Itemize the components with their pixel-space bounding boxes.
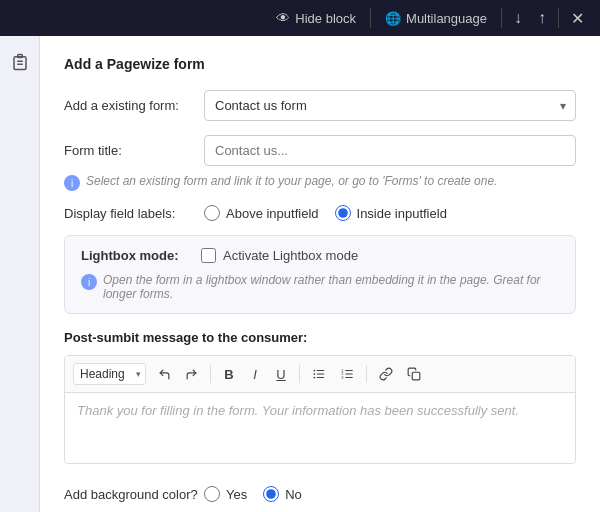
bg-yes-label[interactable]: Yes: [204, 486, 247, 502]
arrow-down-icon: ↓: [514, 9, 522, 27]
bullet-list-button[interactable]: [306, 362, 332, 386]
editor-toolbar: Heading ▾ B I: [65, 356, 575, 393]
radio-above-text: Above inputfield: [226, 206, 319, 221]
hide-block-button[interactable]: 👁 Hide block: [266, 6, 366, 30]
display-labels-control: Above inputfield Inside inputfield: [204, 205, 576, 221]
globe-icon: 🌐: [385, 11, 401, 26]
lightbox-info: i Open the form in a lightbox window rat…: [81, 273, 559, 301]
info-note-text: Select an existing form and link it to y…: [86, 174, 497, 188]
content-panel: Add a Pagewize form Add a existing form:…: [40, 36, 600, 512]
bg-yes-text: Yes: [226, 487, 247, 502]
sidebar: [0, 36, 40, 512]
form-title-label: Form title:: [64, 143, 204, 158]
italic-button[interactable]: I: [243, 362, 267, 386]
toolbar-divider-1: [370, 8, 371, 28]
lightbox-checkbox-label[interactable]: Activate Lightbox mode: [201, 248, 358, 263]
bg-no-text: No: [285, 487, 302, 502]
multilanguage-label: Multilanguage: [406, 11, 487, 26]
form-title-control: [204, 135, 576, 166]
heading-select[interactable]: Heading: [73, 363, 146, 385]
editor-divider-3: [366, 365, 367, 383]
bg-color-label: Add background color?: [64, 487, 204, 502]
hide-block-label: Hide block: [295, 11, 356, 26]
lightbox-checkbox[interactable]: [201, 248, 216, 263]
bg-color-control: Yes No: [204, 486, 576, 502]
top-toolbar: 👁 Hide block 🌐 Multilanguage ↓ ↑ ✕: [0, 0, 600, 36]
editor-divider-2: [299, 365, 300, 383]
svg-rect-16: [412, 372, 420, 380]
editor-content-area[interactable]: Thank you for filling in the form. Your …: [65, 393, 575, 463]
svg-point-8: [313, 373, 315, 375]
lightbox-label: Lightbox mode:: [81, 248, 191, 263]
eye-icon: 👁: [276, 10, 290, 26]
arrow-up-icon: ↑: [538, 9, 546, 27]
form-title-input[interactable]: [204, 135, 576, 166]
link-button[interactable]: [373, 362, 399, 386]
form-select-wrapper: Contact us form ▾: [204, 90, 576, 121]
form-select[interactable]: Contact us form: [204, 90, 576, 121]
svg-rect-1: [14, 57, 26, 70]
heading-select-wrapper: Heading ▾: [73, 363, 146, 385]
lightbox-checkbox-text: Activate Lightbox mode: [223, 248, 358, 263]
bg-color-row: Add background color? Yes No: [64, 480, 576, 502]
display-labels-label: Display field labels:: [64, 206, 204, 221]
bg-no-input[interactable]: [263, 486, 279, 502]
radio-above-input[interactable]: [204, 205, 220, 221]
move-up-button[interactable]: ↑: [530, 5, 554, 31]
lightbox-section: Lightbox mode: Activate Lightbox mode i …: [64, 235, 576, 314]
toolbar-divider-3: [558, 8, 559, 28]
close-button[interactable]: ✕: [563, 5, 592, 32]
numbered-list-button[interactable]: 123: [334, 362, 360, 386]
post-submit-heading: Post-sumbit message to the consumer:: [64, 330, 576, 345]
lightbox-row: Lightbox mode: Activate Lightbox mode: [81, 248, 559, 263]
svg-point-7: [313, 370, 315, 372]
underline-button[interactable]: U: [269, 362, 293, 386]
radio-group-display: Above inputfield Inside inputfield: [204, 205, 576, 221]
form-select-control: Contact us form ▾: [204, 90, 576, 121]
undo-button[interactable]: [152, 362, 177, 386]
main-layout: Add a Pagewize form Add a existing form:…: [0, 36, 600, 512]
sidebar-clipboard-icon[interactable]: [6, 48, 34, 76]
editor-container: Heading ▾ B I: [64, 355, 576, 464]
copy-button[interactable]: [401, 362, 427, 386]
radio-inside-text: Inside inputfield: [357, 206, 447, 221]
close-icon: ✕: [571, 9, 584, 28]
bg-yes-input[interactable]: [204, 486, 220, 502]
radio-above-label[interactable]: Above inputfield: [204, 205, 319, 221]
lightbox-info-text: Open the form in a lightbox window rathe…: [103, 273, 559, 301]
lightbox-info-icon: i: [81, 274, 97, 290]
radio-inside-label[interactable]: Inside inputfield: [335, 205, 447, 221]
move-down-button[interactable]: ↓: [506, 5, 530, 31]
info-note: i Select an existing form and link it to…: [64, 174, 576, 191]
svg-text:3: 3: [341, 375, 344, 380]
radio-group-bg: Yes No: [204, 486, 576, 502]
bg-no-label[interactable]: No: [263, 486, 302, 502]
radio-inside-input[interactable]: [335, 205, 351, 221]
bold-button[interactable]: B: [217, 362, 241, 386]
panel-title: Add a Pagewize form: [64, 56, 576, 72]
info-icon: i: [64, 175, 80, 191]
redo-button[interactable]: [179, 362, 204, 386]
form-select-row: Add a existing form: Contact us form ▾: [64, 90, 576, 121]
display-labels-row: Display field labels: Above inputfield I…: [64, 205, 576, 221]
form-select-label: Add a existing form:: [64, 98, 204, 113]
svg-point-9: [313, 377, 315, 379]
editor-divider-1: [210, 365, 211, 383]
multilanguage-button[interactable]: 🌐 Multilanguage: [375, 7, 497, 30]
form-title-row: Form title:: [64, 135, 576, 166]
editor-placeholder-text: Thank you for filling in the form. Your …: [77, 403, 519, 418]
toolbar-divider-2: [501, 8, 502, 28]
